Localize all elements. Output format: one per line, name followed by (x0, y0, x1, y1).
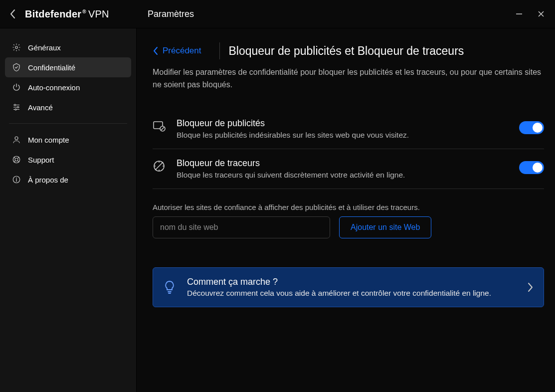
sidebar-item-advanced[interactable]: Avancé (5, 97, 131, 117)
feature-desc: Bloque les publicités indésirables sur l… (177, 131, 508, 140)
sidebar-item-confidentiality[interactable]: Confidentialité (5, 57, 131, 77)
page-back-label: Précédent (163, 46, 201, 56)
how-it-works-card[interactable]: Comment ça marche ? Découvrez comment ce… (153, 267, 544, 307)
feature-desc: Bloque les traceurs qui suivent discrète… (177, 171, 508, 180)
window-minimize-button[interactable] (515, 10, 523, 18)
main-content: Précédent Bloqueur de publicités et Bloq… (137, 28, 555, 392)
feature-row-tracker: Bloqueur de traceurs Bloque les traceurs… (153, 149, 544, 189)
svg-point-8 (16, 178, 17, 179)
whitelist-add-button[interactable]: Ajouter un site Web (339, 216, 431, 238)
feature-title: Bloqueur de traceurs (177, 158, 508, 169)
gear-icon (12, 43, 21, 52)
shield-icon (12, 63, 21, 72)
svg-point-2 (17, 107, 19, 108)
info-title: Comment ça marche ? (187, 277, 516, 287)
sidebar-item-account[interactable]: Mon compte (5, 130, 131, 150)
sidebar-item-label: Généraux (28, 43, 61, 52)
titlebar-title: Paramètres (137, 9, 194, 19)
window-close-button[interactable] (537, 10, 545, 18)
sidebar: Généraux Confidentialité Auto-connexion … (0, 28, 137, 392)
info-icon (12, 175, 21, 184)
page-back-button[interactable]: Précédent (153, 46, 210, 56)
svg-point-4 (15, 137, 18, 140)
adblock-toggle[interactable] (519, 121, 544, 134)
svg-point-6 (15, 158, 18, 161)
sidebar-item-label: Confidentialité (28, 63, 75, 72)
breadcrumb-separator (219, 42, 220, 59)
brand-suffix: VPN (88, 8, 109, 20)
app-back-button[interactable] (7, 8, 19, 20)
feature-row-adblock: Bloqueur de publicités Bloque les public… (153, 109, 544, 149)
close-icon (538, 10, 545, 17)
adblock-icon (153, 120, 166, 133)
power-icon (12, 83, 21, 92)
whitelist-input[interactable] (153, 216, 330, 238)
sidebar-item-label: Avancé (28, 103, 53, 112)
tracker-toggle[interactable] (519, 161, 544, 174)
tracker-icon (153, 160, 166, 173)
sidebar-item-autoconnect[interactable]: Auto-connexion (5, 77, 131, 97)
user-icon (12, 135, 21, 144)
sidebar-item-general[interactable]: Généraux (5, 37, 131, 57)
whitelist-label: Autoriser les sites de confiance à affic… (153, 203, 544, 211)
sidebar-separator (9, 123, 127, 124)
svg-point-3 (15, 109, 16, 110)
toggle-knob (533, 163, 543, 173)
brand-main: Bitdefender (25, 8, 81, 20)
lifebuoy-icon (12, 155, 21, 164)
lightbulb-icon (163, 281, 176, 294)
sliders-icon (12, 103, 21, 112)
sidebar-item-label: Support (28, 156, 54, 164)
sidebar-item-label: Mon compte (28, 136, 69, 144)
svg-point-1 (14, 104, 16, 106)
feature-title: Bloqueur de publicités (177, 118, 508, 129)
page-lead: Modifier les paramètres de confidentiali… (153, 66, 542, 91)
page-title: Bloqueur de publicités et Bloqueur de tr… (229, 44, 464, 58)
registered-mark: ® (82, 9, 86, 14)
svg-point-0 (15, 46, 18, 49)
chevron-left-icon (9, 9, 16, 19)
sidebar-item-about[interactable]: À propos de (5, 170, 131, 190)
toggle-knob (533, 123, 543, 133)
sidebar-item-label: Auto-connexion (28, 83, 80, 92)
sidebar-item-support[interactable]: Support (5, 150, 131, 170)
sidebar-item-label: À propos de (28, 176, 68, 184)
titlebar: Bitdefender® VPN Paramètres (0, 0, 555, 28)
chevron-right-icon (527, 282, 534, 293)
chevron-left-icon (153, 46, 159, 55)
info-desc: Découvrez comment cela vous aide à améli… (187, 289, 516, 298)
brand-logo: Bitdefender® VPN (25, 8, 109, 20)
minimize-icon (516, 10, 523, 17)
